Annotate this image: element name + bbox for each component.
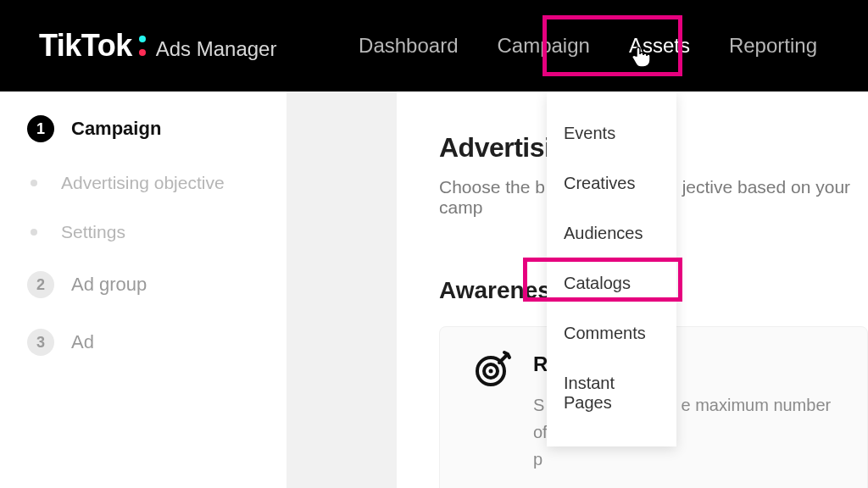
assets-dropdown: Events Creatives Audiences Catalogs Comm…: [547, 92, 676, 446]
step-number: 3: [27, 329, 54, 356]
step-label: Campaign: [71, 118, 161, 140]
dropdown-creatives[interactable]: Creatives: [547, 158, 676, 208]
svg-point-2: [489, 369, 493, 374]
brand-name: TikTok: [39, 28, 132, 64]
sidebar-gutter: [287, 92, 397, 488]
substep-advertising-objective[interactable]: Advertising objective: [31, 173, 263, 193]
dropdown-comments[interactable]: Comments: [547, 308, 676, 358]
step-label: Ad group: [71, 274, 147, 296]
dropdown-audiences[interactable]: Audiences: [547, 208, 676, 258]
step-ad-group[interactable]: 2 Ad group: [27, 271, 263, 298]
step-campaign[interactable]: 1 Campaign: [27, 115, 263, 142]
left-sidebar: 1 Campaign Advertising objective Setting…: [0, 92, 287, 488]
substep-label: Settings: [61, 222, 125, 242]
brand-colon-icon: [139, 32, 147, 58]
primary-nav: Dashboard Campaign Assets Reporting: [359, 0, 868, 92]
step-number: 2: [27, 271, 54, 298]
nav-dashboard[interactable]: Dashboard: [359, 0, 458, 92]
nav-assets[interactable]: Assets: [629, 0, 690, 92]
bullet-icon: [31, 229, 37, 236]
bullet-icon: [31, 180, 37, 186]
step-label: Ad: [71, 331, 94, 353]
substep-label: Advertising objective: [61, 173, 225, 193]
target-icon: [474, 349, 513, 388]
step-ad[interactable]: 3 Ad: [27, 329, 263, 356]
dropdown-catalogs[interactable]: Catalogs: [547, 258, 676, 308]
substep-settings[interactable]: Settings: [31, 222, 263, 242]
top-navigation: TikTok Ads Manager Dashboard Campaign As…: [0, 0, 868, 92]
brand-logo: TikTok Ads Manager: [39, 28, 276, 64]
nav-reporting[interactable]: Reporting: [729, 0, 817, 92]
dropdown-events[interactable]: Events: [547, 108, 676, 158]
brand-suffix: Ads Manager: [156, 37, 277, 61]
nav-campaign[interactable]: Campaign: [498, 0, 590, 92]
step-number: 1: [27, 115, 54, 142]
dropdown-instant-pages[interactable]: Instant Pages: [547, 358, 676, 428]
